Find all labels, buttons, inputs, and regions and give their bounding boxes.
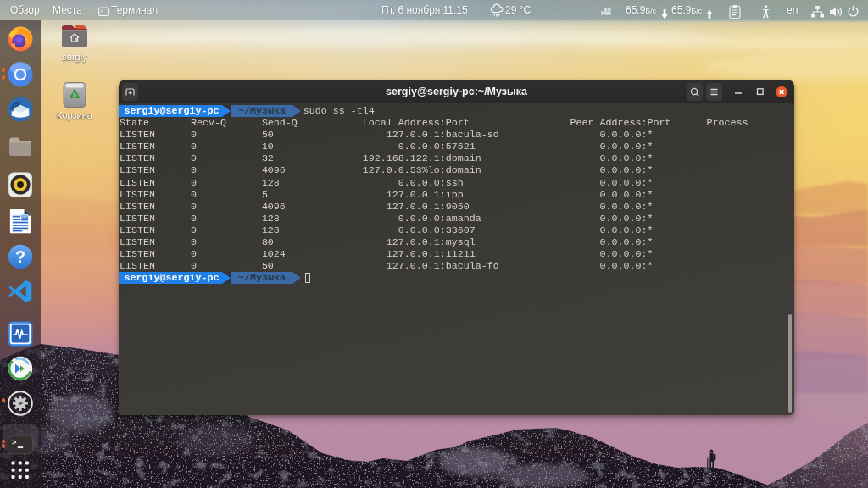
svg-text:?: ?: [15, 247, 25, 266]
svg-text:>: >: [12, 438, 17, 447]
